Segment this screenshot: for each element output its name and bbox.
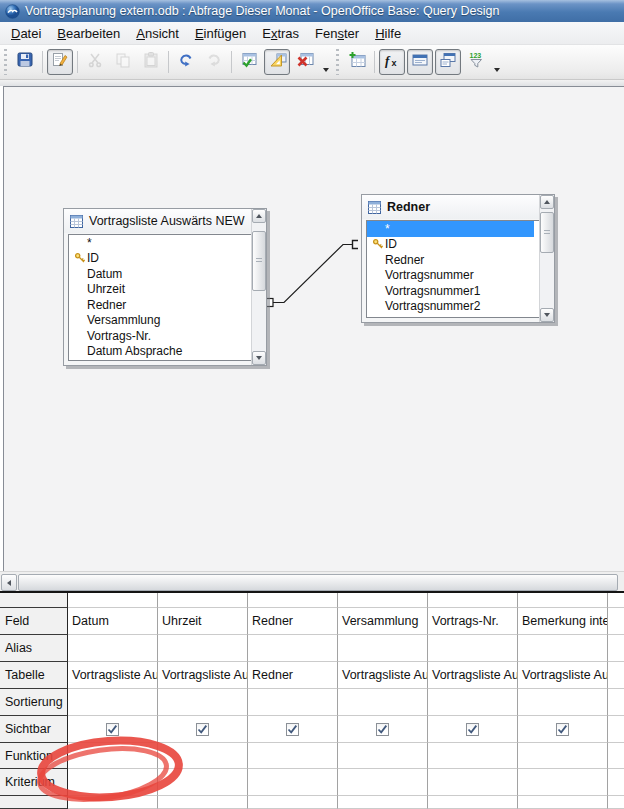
grid-cell-tabelle[interactable]: Redner	[248, 662, 338, 689]
grid-cell-sichtbar[interactable]	[428, 716, 518, 743]
sichtbar-checkbox[interactable]	[556, 723, 569, 736]
menu-item-ansicht[interactable]: Ansicht	[128, 24, 187, 43]
grid-cell-sortierung[interactable]	[158, 689, 248, 716]
save-button[interactable]	[12, 49, 38, 75]
grid-cell-sortierung[interactable]	[248, 689, 338, 716]
grid-cell-feld[interactable]: Redner	[248, 608, 338, 635]
toolbar-overflow-button[interactable]	[319, 49, 332, 75]
field-row-id[interactable]: ID	[367, 237, 534, 253]
field-row-[interactable]: *	[69, 235, 246, 251]
table-name-button[interactable]	[407, 49, 433, 75]
field-row-vortragsnr[interactable]: Vortrags-Nr.	[69, 328, 246, 344]
grid-cell-alias[interactable]	[68, 635, 158, 662]
grid-cell-sortierung[interactable]	[428, 689, 518, 716]
field-row-id[interactable]: ID	[69, 251, 246, 267]
grid-cell-kriterium[interactable]	[248, 769, 338, 796]
grid-cell-kriterium[interactable]	[518, 769, 608, 796]
grid-cell-sichtbar[interactable]	[338, 716, 428, 743]
grid-cell-kriterium[interactable]	[338, 769, 428, 796]
toolbar-grip[interactable]	[334, 49, 341, 75]
scrollbar-thumb[interactable]	[540, 212, 554, 253]
grid-cell-funktion[interactable]	[68, 743, 158, 769]
field-row-[interactable]: *	[367, 221, 534, 237]
field-row-redner[interactable]: Redner	[69, 297, 246, 313]
scroll-up-button[interactable]	[540, 195, 554, 209]
grid-cell-tabelle[interactable]: Vortragsliste Auswärts NEW	[518, 662, 608, 689]
sichtbar-checkbox[interactable]	[286, 723, 299, 736]
grid-cell-tabelle[interactable]: Vortragsliste Auswärts NEW	[158, 662, 248, 689]
field-row-datumabsprache[interactable]: Datum Absprache	[69, 344, 246, 360]
grid-cell-kriterium[interactable]	[158, 769, 248, 796]
grid-cell-kriterium[interactable]	[68, 769, 158, 796]
grid-cell-sortierung[interactable]	[518, 689, 608, 716]
grid-cell-alias[interactable]	[248, 635, 338, 662]
run-query-button[interactable]	[236, 49, 262, 75]
sichtbar-checkbox[interactable]	[106, 723, 119, 736]
horizontal-scrollbar-thumb[interactable]	[18, 574, 618, 591]
grid-cell-funktion[interactable]	[428, 743, 518, 769]
sichtbar-checkbox[interactable]	[376, 723, 389, 736]
grid-cell-tabelle[interactable]: Vortragsliste Auswärts NEW	[428, 662, 518, 689]
table-window-titlebar[interactable]: Redner	[362, 195, 554, 219]
grid-cell-funktion[interactable]	[338, 743, 428, 769]
table-window-titlebar[interactable]: Vortragsliste Auswärts NEW	[64, 209, 266, 233]
field-row-vortragsnummer2[interactable]: Vortragsnummer2	[367, 299, 534, 315]
distinct-values-button[interactable]: 123	[463, 49, 489, 75]
scroll-up-button[interactable]	[252, 209, 266, 223]
grid-cell-feld[interactable]: Uhrzeit	[158, 608, 248, 635]
grid-cell-feld[interactable]: Datum	[68, 608, 158, 635]
grid-cell-feld[interactable]: Versammlung	[338, 608, 428, 635]
grid-cell-funktion[interactable]	[518, 743, 608, 769]
toolbar-grip[interactable]	[2, 49, 9, 75]
grid-cell-sortierung[interactable]	[338, 689, 428, 716]
sichtbar-checkbox[interactable]	[196, 723, 209, 736]
scroll-left-button[interactable]	[1, 574, 17, 591]
table-window-vortragsliste[interactable]: Vortragsliste Auswärts NEW*IDDatumUhrzei…	[63, 208, 267, 366]
grid-cell-alias[interactable]	[158, 635, 248, 662]
field-row-vortragsnummer3[interactable]: Vortragsnummer3	[367, 314, 534, 317]
scroll-down-button[interactable]	[252, 351, 266, 365]
field-row-vortragsnummer[interactable]: Vortragsnummer	[367, 268, 534, 284]
grid-cell-funktion[interactable]	[248, 743, 338, 769]
edit-mode-button[interactable]	[47, 49, 73, 75]
grid-cell-sichtbar[interactable]	[158, 716, 248, 743]
grid-cell-tabelle[interactable]: Vortragsliste Auswärts NEW	[68, 662, 158, 689]
query-design-canvas[interactable]: Vortragsliste Auswärts NEW*IDDatumUhrzei…	[3, 86, 624, 571]
field-row-datum[interactable]: Datum	[69, 266, 246, 282]
grid-cell-feld[interactable]: Bemerkung inter	[518, 608, 608, 635]
clear-query-button[interactable]	[292, 49, 318, 75]
vertical-scrollbar[interactable]	[251, 209, 266, 365]
grid-cell-sichtbar[interactable]	[518, 716, 608, 743]
field-row-redner[interactable]: Redner	[367, 252, 534, 268]
field-row-uhrzeit[interactable]: Uhrzeit	[69, 282, 246, 298]
app-icon[interactable]	[5, 4, 20, 19]
grid-cell-tabelle[interactable]: Vortragsliste Auswärts NEW	[338, 662, 428, 689]
menu-item-hilfe[interactable]: Hilfe	[367, 24, 409, 43]
menu-item-fenster[interactable]: Fenster	[307, 24, 367, 43]
alias-button[interactable]	[435, 49, 461, 75]
grid-cell-alias[interactable]	[518, 635, 608, 662]
horizontal-scrollbar[interactable]	[0, 571, 624, 591]
grid-cell-alias[interactable]	[338, 635, 428, 662]
scroll-down-button[interactable]	[540, 308, 554, 322]
design-view-button[interactable]	[264, 49, 290, 75]
scrollbar-thumb[interactable]	[252, 231, 266, 291]
grid-cell-feld[interactable]: Vortrags-Nr.	[428, 608, 518, 635]
grid-cell-sichtbar[interactable]	[68, 716, 158, 743]
menu-item-extras[interactable]: Extras	[254, 24, 307, 43]
sichtbar-checkbox[interactable]	[466, 723, 479, 736]
grid-cell-sichtbar[interactable]	[248, 716, 338, 743]
table-window-redner[interactable]: Redner*IDRednerVortragsnummerVortragsnum…	[361, 194, 555, 323]
field-row-vortragsnummer1[interactable]: Vortragsnummer1	[367, 283, 534, 299]
field-row-versammlung[interactable]: Versammlung	[69, 313, 246, 329]
grid-cell-alias[interactable]	[428, 635, 518, 662]
grid-cell-sortierung[interactable]	[68, 689, 158, 716]
menu-item-datei[interactable]: Datei	[3, 24, 49, 43]
grid-cell-funktion[interactable]	[158, 743, 248, 769]
add-table-button[interactable]	[344, 49, 370, 75]
menu-item-bearbeiten[interactable]: Bearbeiten	[49, 24, 128, 43]
functions-button[interactable]: fx	[379, 49, 405, 75]
grid-cell-kriterium[interactable]	[428, 769, 518, 796]
vertical-scrollbar[interactable]	[539, 195, 554, 322]
toolbar-overflow-button[interactable]	[490, 49, 503, 75]
